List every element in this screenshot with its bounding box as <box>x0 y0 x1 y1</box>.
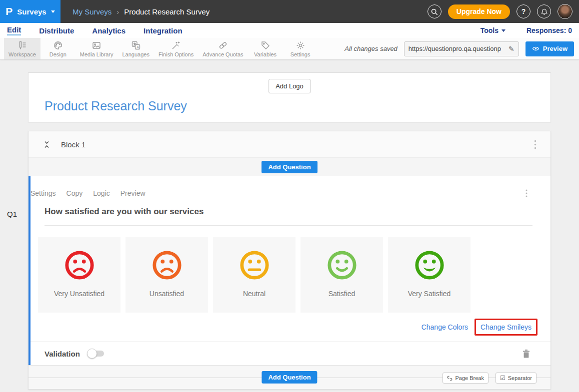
toolbar-advance-quotas[interactable]: Advance Quotas <box>198 38 248 59</box>
question-menu-icon[interactable] <box>526 189 528 197</box>
media-library-icon <box>92 40 102 50</box>
breadcrumb: My Surveys › Product Research Survey <box>72 7 210 16</box>
tool-label: Settings <box>290 51 310 57</box>
upgrade-now-button[interactable]: Upgrade Now <box>448 4 510 19</box>
change-smileys-highlight: Change Smileys <box>474 319 538 336</box>
toolbar-languages[interactable]: A Languages <box>118 38 154 59</box>
add-logo-button[interactable]: Add Logo <box>268 79 310 93</box>
toolbar-finish-options[interactable]: Finish Options <box>154 38 198 59</box>
block-header: Block 1 <box>28 131 550 158</box>
question-logic-link[interactable]: Logic <box>93 189 110 197</box>
add-question-button-top[interactable]: Add Question <box>262 161 317 173</box>
smiley-label: Unsatisfied <box>150 290 184 298</box>
question-mark-icon: ? <box>522 7 526 15</box>
separator-button[interactable]: ☑ Separator <box>496 373 536 384</box>
tab-edit[interactable]: Edit <box>7 25 21 35</box>
block-menu-icon[interactable] <box>534 140 536 149</box>
validation-label: Validation <box>44 350 80 358</box>
neutral-face-icon <box>239 250 270 281</box>
smiley-customize-links: Change Colors Change Smileys <box>30 319 538 336</box>
search-icon <box>430 8 438 15</box>
smiley-label: Satisfied <box>328 290 356 298</box>
toolbar-media-library[interactable]: Media Library <box>76 38 118 59</box>
help-button[interactable]: ? <box>516 4 530 18</box>
workspace-icon <box>17 40 27 50</box>
toolbar-settings[interactable]: Settings <box>283 38 318 59</box>
smiley-option-very-unsatisfied[interactable]: Very Unsatisfied <box>38 237 120 313</box>
tab-integration[interactable]: Integration <box>144 26 182 35</box>
smiley-label: Very Satisfied <box>408 290 451 298</box>
question-number: Q1 <box>7 210 17 218</box>
survey-url-input[interactable] <box>408 45 508 52</box>
advance-quotas-icon <box>218 40 228 50</box>
chevron-right-icon: › <box>116 7 119 16</box>
toolbar-variables[interactable]: Variables <box>248 38 283 59</box>
editor-toolbar: Workspace Design Media Library A Languag… <box>0 38 579 60</box>
tool-label: Advance Quotas <box>202 51 243 57</box>
topbar: P Surveys My Surveys › Product Research … <box>0 0 579 23</box>
validation-toggle[interactable] <box>87 349 105 359</box>
breadcrumb-my-surveys[interactable]: My Surveys <box>72 7 112 16</box>
bell-icon <box>540 8 548 15</box>
smiley-label: Very Unsatisfied <box>54 290 104 298</box>
question-settings-link[interactable]: Settings <box>30 189 56 197</box>
question-preview-link[interactable]: Preview <box>120 189 146 197</box>
checkbox-icon: ☑ <box>500 375 506 382</box>
delete-question-icon[interactable] <box>522 349 530 358</box>
tool-label: Design <box>50 51 66 57</box>
smiley-option-neutral[interactable]: Neutral <box>213 237 296 313</box>
toolbar-workspace[interactable]: Workspace <box>4 38 40 59</box>
add-question-button-bottom[interactable]: Add Question <box>262 371 317 384</box>
languages-icon: A <box>131 40 141 50</box>
page-break-label: Page Break <box>455 375 484 381</box>
search-button[interactable] <box>428 4 442 18</box>
question-copy-link[interactable]: Copy <box>66 189 83 197</box>
tools-label: Tools <box>480 26 498 34</box>
change-colors-link[interactable]: Change Colors <box>422 323 468 331</box>
breadcrumb-current-survey: Product Research Survey <box>124 7 210 16</box>
product-switcher-label: Surveys <box>17 7 46 16</box>
chevron-down-icon <box>51 10 55 13</box>
survey-header-card: Add Logo Product Research Survey <box>28 72 551 122</box>
sad-face-icon <box>64 250 95 281</box>
insert-buttons: Page Break ☑ Separator <box>442 373 536 384</box>
notifications-button[interactable] <box>537 4 551 18</box>
settings-icon <box>296 40 306 50</box>
add-question-strip-top: Add Question <box>28 158 550 176</box>
question-title[interactable]: How satisfied are you with our services <box>44 207 550 217</box>
block-card: Block 1 Add Question Settings Copy Logic… <box>28 131 551 390</box>
toggle-knob <box>87 349 97 359</box>
validation-row: Validation <box>30 342 550 365</box>
survey-url-box: ✎ <box>404 41 519 56</box>
block-footer: Add Question Page Break ☑ Separator <box>28 365 550 389</box>
survey-title[interactable]: Product Research Survey <box>44 99 550 113</box>
question-actions: Settings Copy Logic Preview <box>30 176 550 197</box>
collapse-block-icon[interactable] <box>42 140 51 149</box>
happy-face-icon <box>326 250 358 281</box>
save-status: All changes saved <box>344 45 398 52</box>
block-title[interactable]: Block 1 <box>61 140 86 149</box>
smiley-option-very-satisfied[interactable]: Very Satisfied <box>388 237 470 313</box>
app-logo[interactable]: P Surveys <box>0 0 60 23</box>
question-title-divider <box>44 225 532 226</box>
preview-button[interactable]: Preview <box>526 41 574 56</box>
survey-workspace: Q1 Add Logo Product Research Survey Bloc… <box>0 72 579 390</box>
user-avatar[interactable] <box>558 4 572 19</box>
tools-menu[interactable]: Tools <box>480 26 506 34</box>
tool-label: Media Library <box>80 51 114 57</box>
smiley-option-satisfied[interactable]: Satisfied <box>300 237 383 313</box>
tab-distribute[interactable]: Distribute <box>39 26 74 35</box>
eye-icon <box>532 46 540 51</box>
tool-label: Variables <box>254 51 276 57</box>
responses-count[interactable]: Responses: 0 <box>526 26 572 34</box>
change-smileys-link[interactable]: Change Smileys <box>480 323 532 331</box>
page-break-button[interactable]: Page Break <box>442 373 488 384</box>
question-card: Settings Copy Logic Preview How satisfie… <box>28 176 550 365</box>
edit-url-icon[interactable]: ✎ <box>508 45 514 53</box>
tab-analytics[interactable]: Analytics <box>92 26 126 35</box>
smiley-option-unsatisfied[interactable]: Unsatisfied <box>126 237 208 313</box>
toolbar-design[interactable]: Design <box>40 38 76 59</box>
variables-icon <box>260 40 270 50</box>
design-icon <box>53 40 63 50</box>
big-smile-face-icon <box>414 250 445 281</box>
